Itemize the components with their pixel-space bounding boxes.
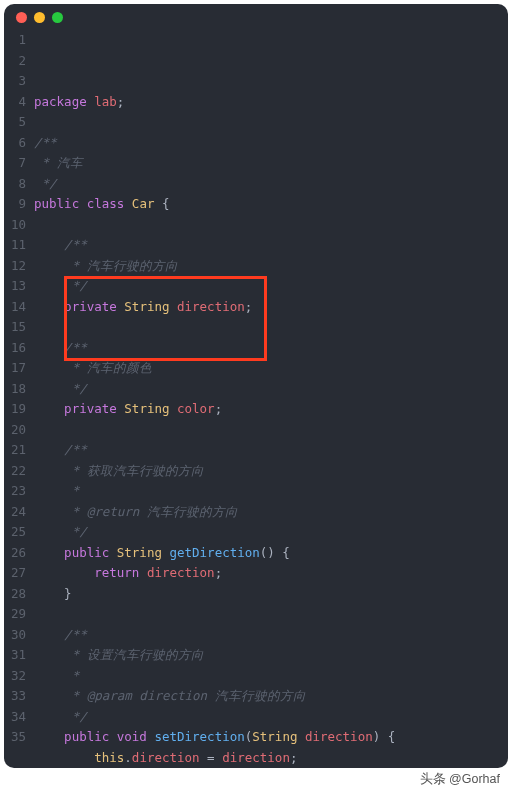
code-line[interactable]: */	[34, 379, 508, 400]
maximize-icon[interactable]	[52, 12, 63, 23]
code-line[interactable]: * 设置汽车行驶的方向	[34, 645, 508, 666]
code-line[interactable]: public class Car {	[34, 194, 508, 215]
code-line[interactable]: */	[34, 174, 508, 195]
code-line[interactable]	[34, 215, 508, 236]
code-line[interactable]: private String direction;	[34, 297, 508, 318]
code-line[interactable]: * @param direction 汽车行驶的方向	[34, 686, 508, 707]
line-number: 12	[4, 256, 26, 277]
window-titlebar	[4, 4, 508, 30]
code-line[interactable]: /**	[34, 625, 508, 646]
line-number: 14	[4, 297, 26, 318]
code-line[interactable]: public String getDirection() {	[34, 543, 508, 564]
code-line[interactable]: /**	[34, 440, 508, 461]
code-line[interactable]: private String color;	[34, 399, 508, 420]
code-line[interactable]: */	[34, 276, 508, 297]
line-number: 35	[4, 727, 26, 748]
code-area[interactable]: package lab; /** * 汽车 */public class Car…	[34, 30, 508, 768]
code-line[interactable]	[34, 317, 508, 338]
line-number: 31	[4, 645, 26, 666]
line-number: 26	[4, 543, 26, 564]
line-number: 18	[4, 379, 26, 400]
line-number: 9	[4, 194, 26, 215]
code-line[interactable]: * 汽车	[34, 153, 508, 174]
line-number: 7	[4, 153, 26, 174]
line-number: 34	[4, 707, 26, 728]
code-line[interactable]: this.direction = direction;	[34, 748, 508, 769]
line-number: 1	[4, 30, 26, 51]
code-line[interactable]: public void setDirection(String directio…	[34, 727, 508, 748]
line-number: 4	[4, 92, 26, 113]
line-number: 27	[4, 563, 26, 584]
line-number: 20	[4, 420, 26, 441]
code-line[interactable]: */	[34, 522, 508, 543]
code-line[interactable]: * 汽车行驶的方向	[34, 256, 508, 277]
code-line[interactable]: * @return 汽车行驶的方向	[34, 502, 508, 523]
code-line[interactable]: /**	[34, 133, 508, 154]
line-number: 25	[4, 522, 26, 543]
line-number: 3	[4, 71, 26, 92]
code-line[interactable]: *	[34, 481, 508, 502]
line-number: 15	[4, 317, 26, 338]
watermark-text: 头条 @Gorhaf	[420, 771, 500, 788]
minimize-icon[interactable]	[34, 12, 45, 23]
line-number: 10	[4, 215, 26, 236]
code-line[interactable]: *	[34, 666, 508, 687]
line-number: 28	[4, 584, 26, 605]
line-number: 5	[4, 112, 26, 133]
code-line[interactable]: * 汽车的颜色	[34, 358, 508, 379]
code-line[interactable]: package lab;	[34, 92, 508, 113]
code-line[interactable]	[34, 604, 508, 625]
line-number: 6	[4, 133, 26, 154]
code-line[interactable]	[34, 112, 508, 133]
line-number-gutter: 1234567891011121314151617181920212223242…	[4, 30, 34, 768]
line-number: 2	[4, 51, 26, 72]
code-line[interactable]: /**	[34, 235, 508, 256]
line-number: 24	[4, 502, 26, 523]
code-line[interactable]	[34, 420, 508, 441]
line-number: 23	[4, 481, 26, 502]
line-number: 8	[4, 174, 26, 195]
line-number: 33	[4, 686, 26, 707]
line-number: 19	[4, 399, 26, 420]
line-number: 30	[4, 625, 26, 646]
line-number: 29	[4, 604, 26, 625]
line-number: 11	[4, 235, 26, 256]
line-number: 22	[4, 461, 26, 482]
line-number: 17	[4, 358, 26, 379]
code-line[interactable]: /**	[34, 338, 508, 359]
close-icon[interactable]	[16, 12, 27, 23]
editor-window: 1234567891011121314151617181920212223242…	[4, 4, 508, 768]
line-number: 21	[4, 440, 26, 461]
code-editor[interactable]: 1234567891011121314151617181920212223242…	[4, 30, 508, 768]
code-line[interactable]: return direction;	[34, 563, 508, 584]
line-number: 13	[4, 276, 26, 297]
line-number: 32	[4, 666, 26, 687]
code-line[interactable]: */	[34, 707, 508, 728]
code-line[interactable]: }	[34, 584, 508, 605]
code-line[interactable]: * 获取汽车行驶的方向	[34, 461, 508, 482]
line-number: 16	[4, 338, 26, 359]
